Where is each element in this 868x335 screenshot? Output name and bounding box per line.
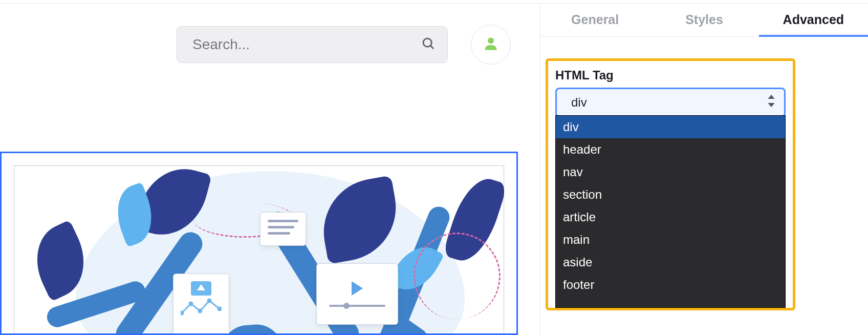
svg-point-5: [199, 309, 202, 312]
tab-general[interactable]: General: [540, 3, 649, 36]
page-header: [0, 25, 540, 65]
search-icon[interactable]: [421, 36, 436, 53]
tab-advanced[interactable]: Advanced: [759, 3, 868, 36]
inspector-panel: General Styles Advanced HTML Tag div div…: [540, 3, 868, 335]
canvas-inner-frame: [14, 165, 504, 335]
panel-tabs: General Styles Advanced: [540, 3, 868, 37]
option-section[interactable]: section: [556, 183, 785, 206]
search-input[interactable]: [192, 36, 421, 53]
html-tag-dropdown[interactable]: div header nav section article main asid…: [555, 115, 786, 308]
user-avatar[interactable]: [471, 25, 511, 65]
html-tag-select[interactable]: div: [555, 88, 786, 117]
illustration-text-card: [260, 212, 306, 246]
decorative-illustration: [14, 166, 504, 335]
svg-line-1: [430, 46, 433, 49]
option-nav[interactable]: nav: [556, 161, 785, 183]
html-tag-value: div: [571, 95, 587, 110]
option-header[interactable]: header: [556, 138, 785, 161]
option-footer[interactable]: footer: [556, 274, 785, 296]
option-main[interactable]: main: [556, 228, 785, 251]
search-field[interactable]: [177, 26, 448, 63]
tab-styles[interactable]: Styles: [649, 3, 758, 36]
html-tag-section: HTML Tag div div header nav section arti…: [546, 58, 795, 310]
option-article[interactable]: article: [556, 206, 785, 228]
option-div[interactable]: div: [556, 116, 785, 138]
canvas-selection[interactable]: [0, 152, 518, 335]
svg-point-7: [218, 307, 221, 310]
illustration-analytics-card: [173, 274, 229, 335]
svg-point-3: [181, 311, 183, 315]
svg-point-0: [423, 38, 431, 47]
svg-point-4: [189, 302, 192, 305]
illustration-video-card: [316, 263, 398, 325]
play-icon: [352, 281, 363, 296]
user-icon: [482, 35, 500, 54]
select-sort-icon: [767, 95, 776, 110]
option-aside[interactable]: aside: [556, 251, 785, 274]
svg-point-2: [488, 37, 494, 44]
html-tag-label: HTML Tag: [555, 68, 786, 82]
svg-point-6: [208, 299, 211, 302]
